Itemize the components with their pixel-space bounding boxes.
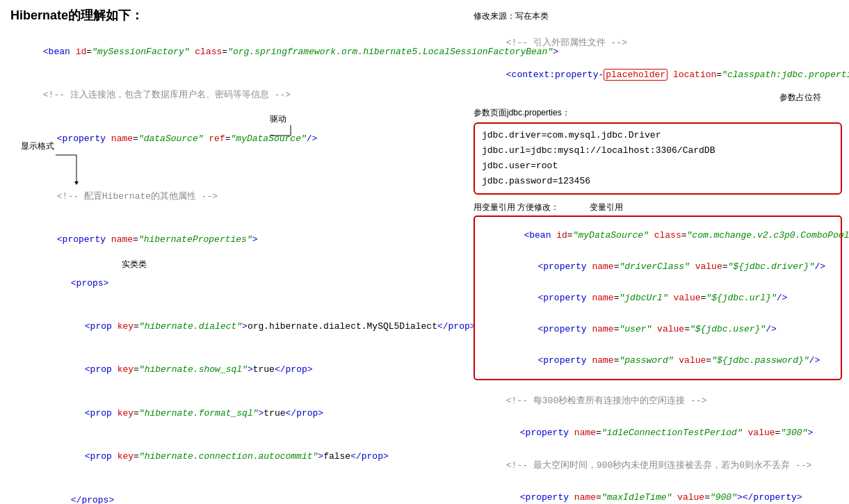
modify-source-label: 修改来源：写在本类	[474, 11, 549, 21]
main-container: Hibernate的理解如下： <bean id="mySessionFacto…	[0, 0, 849, 504]
variable-ref-annotation: 用变量引用 方便修改： 变量引用	[474, 202, 842, 213]
idle-test-prop: <property name="idleConnectionTestPeriod…	[474, 417, 842, 448]
context-property-line: <!-- 引入外部属性文件 -->	[474, 26, 842, 59]
prop-jdbcurl: <property name="jdbcUrl" value="${jdbc.u…	[480, 282, 835, 314]
max-idle-comment: <!-- 最大空闲时间，900秒内未使用则连接被丢弃，若为0则永不丢弃 -->	[474, 448, 842, 482]
bean-datasource-box: <bean id="myDataSource" class="com.mchan…	[474, 216, 842, 380]
driver-annotation: 驱动	[270, 113, 312, 143]
jdbc-password: jdbc.password=123456	[482, 174, 834, 189]
prop-password2: <property name="password" value="${jdbc.…	[480, 345, 835, 376]
right-panel: 修改来源：写在本类 <!-- 引入外部属性文件 --> <context:pro…	[474, 10, 842, 504]
svg-marker-5	[74, 181, 79, 185]
max-idle-prop: <property name="maxIdleTime" value="900"…	[474, 482, 842, 504]
prop-user: <property name="user" value="${jdbc.user…	[480, 314, 835, 345]
annotation-modify-source: 修改来源：写在本类	[474, 10, 842, 22]
param-placeholder-label: 参数占位符	[474, 92, 821, 104]
jdbc-url: jdbc.url=jdbc:mysql://localhost:3306/Car…	[482, 143, 834, 158]
jdbc-driver: jdbc.driver=com.mysql.jdbc.Driver	[482, 128, 834, 143]
entity-class-annotation: 实类类	[122, 259, 147, 270]
bean-datasource-line: <bean id="myDataSource" class="com.mchan…	[480, 220, 835, 251]
jdbc-user: jdbc.user=root	[482, 158, 834, 174]
prop-driverclass: <property name="driverClass" value="${jd…	[480, 251, 835, 282]
display-format-annotation: 显示格式	[21, 140, 132, 185]
jdbc-properties-box: jdbc.driver=com.mysql.jdbc.Driver jdbc.u…	[474, 122, 842, 195]
check-comment: <!-- 每300秒检查所有连接池中的空闲连接 -->	[474, 384, 842, 417]
context-property-line2: <context:property-placeholder location="…	[474, 59, 842, 90]
param-page-label: 参数页面jdbc.properties：	[474, 107, 842, 119]
